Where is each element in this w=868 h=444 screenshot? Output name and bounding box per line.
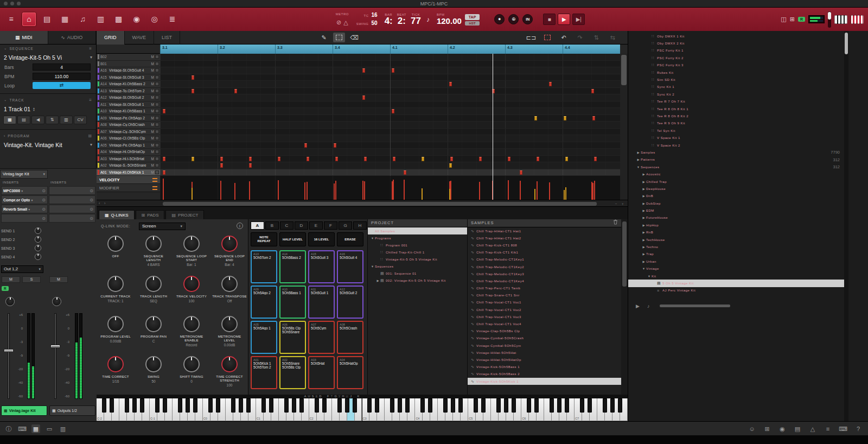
tree-arrow-icon[interactable]: ▶ bbox=[641, 216, 646, 219]
tree-arrow-icon[interactable]: ▶ bbox=[641, 202, 646, 205]
note-block[interactable] bbox=[334, 143, 336, 148]
xy-pad-icon[interactable]: ⊞ bbox=[763, 424, 771, 433]
qlink-cell[interactable]: SWING50 bbox=[135, 354, 173, 394]
tap-tempo-button[interactable]: TAP bbox=[465, 14, 480, 20]
track-arm-box[interactable] bbox=[155, 68, 159, 72]
select-region-icon[interactable] bbox=[541, 33, 553, 42]
track-arm-box[interactable] bbox=[155, 170, 159, 174]
piano-black-key[interactable] bbox=[557, 398, 561, 413]
ruler-segment[interactable]: 3.2 bbox=[218, 45, 275, 54]
track-mute-button[interactable]: M bbox=[151, 55, 154, 59]
piano-black-key[interactable] bbox=[550, 398, 554, 413]
grid-track-row[interactable]: B02M bbox=[97, 54, 160, 61]
sample-row[interactable]: ∿Chill Trap-Vocal-CT1 Voc1 bbox=[468, 299, 621, 306]
velocity-bar[interactable] bbox=[422, 188, 423, 200]
ruler-segment[interactable]: 3.4 bbox=[333, 45, 390, 54]
note-block[interactable] bbox=[594, 157, 597, 161]
channel-mixer-icon[interactable]: ▩ bbox=[112, 12, 125, 26]
insert-slot[interactable]: ⊙ bbox=[49, 205, 95, 213]
piano-black-key[interactable] bbox=[504, 398, 508, 413]
tick-value[interactable]: 77 bbox=[411, 16, 421, 26]
browser-tree-row[interactable]: ▶Patterns312 bbox=[628, 156, 844, 163]
punch-in-button[interactable]: IN bbox=[522, 14, 533, 24]
track-mute-button[interactable]: M bbox=[151, 75, 154, 79]
browser-tree-row[interactable]: ∷Oby DMXX 2 Kit bbox=[628, 40, 844, 47]
grid-track-row[interactable]: A15Vintage-St.Oh5Guit 3M bbox=[97, 74, 160, 81]
chevron-down-icon[interactable]: ⌄ bbox=[4, 46, 7, 50]
scrollbar-thumb[interactable] bbox=[163, 202, 597, 206]
tab-midi[interactable]: ▦MIDI bbox=[0, 31, 48, 44]
note-block[interactable] bbox=[564, 116, 566, 120]
loop-marker-icon[interactable]: ⊏⊐ bbox=[525, 33, 537, 42]
track-mute-button[interactable]: M bbox=[151, 89, 154, 93]
zoom-window-icon[interactable] bbox=[17, 2, 21, 5]
drum-pad-a11[interactable]: A115Oh5Guit 1 bbox=[308, 286, 335, 319]
trash-icon[interactable] bbox=[613, 219, 618, 227]
velocity-bar[interactable] bbox=[334, 183, 335, 200]
piano-black-key[interactable] bbox=[603, 398, 607, 413]
piano-black-key[interactable] bbox=[451, 398, 455, 413]
grid-track-row[interactable]: A16Vintage-St.Oh5Guit 4M bbox=[97, 67, 160, 74]
tab-list[interactable]: LIST bbox=[154, 31, 180, 45]
track-arm-box[interactable] bbox=[155, 116, 159, 120]
piano-black-key[interactable] bbox=[261, 398, 266, 413]
velocity-bar[interactable] bbox=[594, 181, 595, 200]
piano-black-key[interactable] bbox=[125, 398, 129, 413]
piano-black-key[interactable] bbox=[102, 398, 106, 413]
note-block[interactable] bbox=[591, 89, 594, 93]
qlink-cell[interactable]: SEQUENCE LOOP STARTBar: 1 bbox=[173, 233, 210, 274]
piano-black-key[interactable] bbox=[208, 398, 213, 413]
qlink-cell[interactable]: TRACK LENGTHSEQ bbox=[135, 274, 173, 314]
sample-row[interactable]: ∿Chill Trap-Vocal-CT1 Voc2 bbox=[468, 306, 621, 313]
pad-action-erase[interactable]: ERASE bbox=[337, 232, 363, 246]
tree-arrow-icon[interactable]: ▼ bbox=[370, 265, 375, 268]
send-knob[interactable] bbox=[35, 245, 41, 251]
grid-track-row[interactable]: A09Vintage-Pe.Oh5Ago 2M bbox=[97, 115, 160, 122]
menu-icon[interactable]: ≡ bbox=[4, 12, 18, 26]
outputs-button[interactable]: ▦Outputs 1/2 bbox=[49, 405, 95, 416]
project-tree-row[interactable]: ▼Sequences bbox=[368, 263, 467, 270]
track-mute-button[interactable]: M bbox=[151, 123, 154, 126]
swing-value[interactable]: 50 bbox=[372, 20, 378, 27]
velocity-bar[interactable] bbox=[163, 179, 164, 200]
project-tree-row[interactable]: ∷Program 001 bbox=[368, 242, 467, 249]
sample-row[interactable]: ∿Vintage-Kick-5Oh5Bass 2 bbox=[468, 371, 621, 378]
minimize-window-icon[interactable] bbox=[10, 2, 14, 5]
piano-black-key[interactable] bbox=[618, 398, 622, 413]
note-block[interactable] bbox=[450, 157, 453, 161]
track-arm-box[interactable] bbox=[155, 130, 159, 134]
piano-black-key[interactable] bbox=[231, 398, 235, 413]
track-arm-box[interactable] bbox=[155, 143, 159, 147]
piano-black-key[interactable] bbox=[178, 398, 182, 413]
note-block[interactable] bbox=[249, 163, 252, 168]
sequence-selector[interactable]: 2 Vintage-Kit-5 Oh 5 Vi▾ bbox=[0, 52, 96, 62]
tree-arrow-icon[interactable]: ▶ bbox=[636, 151, 641, 154]
scroll-left-icon[interactable]: ‹ bbox=[99, 201, 100, 205]
tree-arrow-icon[interactable]: ▶ bbox=[641, 194, 646, 198]
sample-row[interactable]: ∿Chill Trap-Melodic-CT1Key3 bbox=[468, 270, 621, 277]
browser-tree-row[interactable]: ▶HipHop bbox=[628, 221, 844, 229]
note-block[interactable] bbox=[508, 157, 510, 161]
pan-knob[interactable] bbox=[52, 297, 61, 306]
velocity-bar[interactable] bbox=[549, 182, 550, 200]
nudge-right-icon[interactable]: ⇆ bbox=[607, 33, 618, 42]
tree-arrow-icon[interactable]: ▶ bbox=[641, 238, 646, 242]
note-block[interactable] bbox=[404, 170, 406, 175]
note-block[interactable] bbox=[234, 89, 237, 93]
velocity-settings-icon[interactable] bbox=[152, 178, 157, 182]
pencil-tool-icon[interactable]: ✎ bbox=[318, 33, 330, 42]
insert-slot[interactable]: Compr.or Opto▾⊙ bbox=[1, 195, 48, 204]
list-icon[interactable]: ≡ bbox=[824, 424, 832, 433]
window-controls[interactable] bbox=[4, 2, 21, 5]
midi-keyboard-button[interactable] bbox=[851, 15, 864, 24]
screen-split-icon[interactable]: ◫ bbox=[781, 16, 786, 23]
play-start-button[interactable]: ▶| bbox=[572, 14, 585, 25]
note-block[interactable] bbox=[192, 89, 194, 93]
playhead[interactable] bbox=[493, 54, 493, 176]
metronome-icon[interactable]: △ bbox=[343, 19, 348, 26]
velocity-bar[interactable] bbox=[364, 181, 365, 200]
velocity-bar[interactable] bbox=[450, 181, 451, 200]
track-arm-box[interactable] bbox=[155, 55, 159, 59]
note-block[interactable] bbox=[537, 157, 539, 161]
grid-track-row[interactable]: A04Vintage-Hi.Oh5HatOpM bbox=[97, 149, 160, 156]
